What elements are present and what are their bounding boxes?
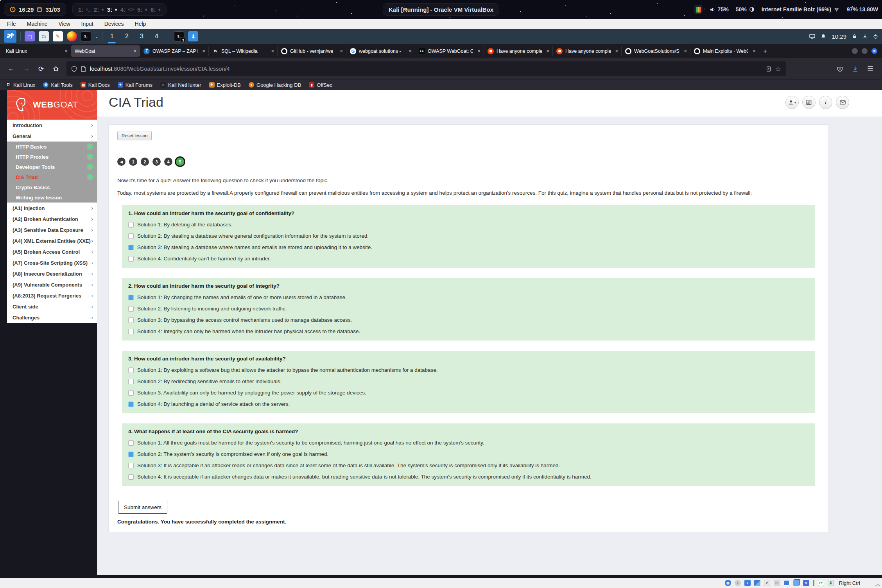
workspace-5[interactable]: 5:● — [137, 6, 147, 13]
solution-checkbox[interactable] — [128, 452, 134, 457]
sidebar-item-a7-xss[interactable]: (A7) Cross-Site Scripting (XSS)› — [7, 257, 97, 268]
text-editor-icon[interactable]: ✎ — [53, 31, 63, 41]
tab-close-icon[interactable]: × — [476, 48, 480, 54]
scoreboard-button[interactable] — [802, 96, 816, 109]
sidebar-item-a5-broken-access-control[interactable]: (A5) Broken Access Control› — [7, 246, 97, 257]
site-info-icon[interactable] — [81, 66, 86, 72]
workspace-2[interactable]: 2:● — [94, 6, 104, 13]
tab-owasp-webgoat[interactable]: ●● OWASP WebGoat: G × — [415, 45, 484, 57]
workspace-3[interactable]: 3:● — [107, 6, 117, 13]
optical-drive-icon[interactable]: ● — [735, 580, 741, 586]
solution-checkbox[interactable] — [128, 317, 134, 323]
usb-icon[interactable]: ✐ — [764, 580, 770, 586]
menu-help[interactable]: Help — [135, 21, 146, 27]
bookmark-exploit-db[interactable]: ⚘Exploit-DB — [209, 82, 241, 88]
bookmark-kali-linux[interactable]: ᘮKali Linux — [5, 82, 35, 88]
tab-close-icon[interactable]: × — [751, 48, 756, 54]
tab-close-icon[interactable]: × — [613, 48, 618, 54]
menu-machine[interactable]: Machine — [27, 21, 48, 27]
guest-clock[interactable]: 10:29 — [832, 33, 846, 40]
home-button[interactable] — [49, 62, 63, 75]
sidebar-item-general[interactable]: General› — [7, 131, 97, 142]
sidebar-item-a9-vulnerable-components[interactable]: (A9) Vulnerable Components› — [7, 279, 97, 290]
reload-button[interactable]: ⟳ — [34, 62, 48, 75]
page-button-4[interactable]: 4 — [164, 158, 172, 166]
keyboard-layout-icon[interactable] — [694, 5, 703, 14]
minimize-button[interactable] — [852, 48, 858, 54]
solution-checkbox[interactable] — [128, 463, 134, 468]
solution-checkbox[interactable] — [128, 440, 134, 446]
tab-webgoat[interactable]: WebGoat × — [71, 45, 140, 57]
solution-checkbox[interactable] — [128, 295, 134, 300]
tab-webgoatsolutions-repo[interactable]: WebGoatSolutions/S × — [622, 45, 690, 57]
solution-checkbox[interactable] — [128, 306, 134, 312]
user-menu-button[interactable]: ▾ — [785, 96, 799, 109]
bookmark-google-hacking-db[interactable]: ●Google Hacking DB — [249, 82, 301, 88]
submit-answers-button[interactable]: Submit answers — [118, 501, 167, 514]
solution-checkbox[interactable] — [128, 245, 134, 250]
sidebar-item-developer-tools[interactable]: Developer Tools✓ — [7, 162, 97, 172]
kali-menu-button[interactable] — [4, 30, 16, 43]
sidebar-item-a1-injection[interactable]: (A1) Injection› — [7, 203, 97, 213]
tab-close-icon[interactable]: × — [132, 48, 136, 54]
solution-checkbox[interactable] — [128, 474, 134, 480]
solution-checkbox[interactable] — [128, 368, 134, 373]
tab-close-icon[interactable]: × — [338, 48, 343, 54]
solution-checkbox[interactable] — [128, 256, 134, 262]
close-button[interactable]: ✕ — [871, 48, 877, 54]
downloads-button[interactable] — [852, 66, 859, 72]
bell-icon[interactable] — [821, 34, 826, 39]
workspace-6[interactable]: 6:● — [151, 6, 161, 13]
tab-reddit-2[interactable]: Have anyone comple × — [553, 45, 622, 57]
bookmark-kali-docs[interactable]: ▤Kali Docs — [81, 82, 110, 88]
brightness-widget[interactable]: 50% — [736, 6, 755, 13]
sidebar-item-challenges[interactable]: Challenges› — [7, 312, 97, 323]
vm-features-icon[interactable]: V — [803, 580, 809, 586]
bookmark-star-icon[interactable]: ☆ — [775, 65, 781, 73]
guest-workspace-1[interactable]: 1 — [106, 29, 117, 44]
tab-close-icon[interactable]: × — [545, 48, 549, 54]
menu-file[interactable]: File — [7, 21, 16, 27]
workspace-4[interactable]: 4:</> — [120, 6, 134, 13]
guest-additions-icon[interactable]: ⬇ — [828, 580, 834, 586]
sidebar-item-writing-new-lesson[interactable]: Writing new lesson — [7, 192, 97, 203]
new-tab-button[interactable]: + — [759, 45, 771, 57]
sidebar-item-crypto-basics[interactable]: Crypto Basics — [7, 182, 97, 192]
back-button[interactable]: ← — [5, 62, 18, 75]
shield-icon[interactable] — [71, 66, 77, 72]
lock-icon[interactable] — [852, 34, 857, 39]
workspace-1[interactable]: 1:>_ — [78, 6, 91, 13]
tab-webgoat-solutions-search[interactable]: G webgoat solutions - × — [346, 45, 415, 57]
file-manager-icon[interactable]: 🗀 — [39, 31, 49, 41]
page-button-2[interactable]: 2 — [141, 158, 149, 166]
page-button-5[interactable]: 5 — [176, 158, 184, 166]
sidebar-item-a8-insecure-deserialization[interactable]: (A8) Insecure Deserialization› — [7, 268, 97, 279]
menu-input[interactable]: Input — [81, 21, 93, 27]
solution-checkbox[interactable] — [128, 233, 134, 239]
guest-workspace-2[interactable]: 2 — [121, 29, 132, 44]
sidebar-item-a8-2013-request-forgeries[interactable]: (A8:2013) Request Forgeries› — [7, 290, 97, 301]
page-button-3[interactable]: 3 — [152, 158, 161, 166]
page-button-1[interactable]: 1 — [129, 158, 137, 166]
tab-kali-linux[interactable]: Kali Linux × — [2, 45, 71, 57]
shared-clipboard-icon[interactable]: ⟳ — [818, 580, 824, 586]
shared-folders-icon[interactable]: ▭ — [774, 580, 780, 586]
downloads-icon[interactable]: ⬇ — [188, 31, 198, 41]
tab-close-icon[interactable]: × — [682, 48, 687, 54]
menu-view[interactable]: View — [58, 21, 70, 27]
tab-close-icon[interactable]: × — [407, 48, 412, 54]
tab-github-vernjan[interactable]: GitHub - vernjan/we × — [278, 45, 346, 57]
report-card-button[interactable] — [836, 96, 849, 109]
menu-devices[interactable]: Devices — [104, 21, 124, 27]
terminal-launcher-icon[interactable]: $_ — [81, 31, 91, 41]
sidebar-item-client-side[interactable]: Client side› — [7, 301, 97, 312]
tray-download-icon[interactable] — [862, 34, 868, 39]
power-icon[interactable] — [873, 34, 878, 39]
tab-close-icon[interactable]: × — [269, 48, 274, 54]
tab-main-exploits[interactable]: Main Exploits · WebG × — [690, 45, 759, 57]
sidebar-item-http-proxies[interactable]: HTTP Proxies✓ — [7, 152, 97, 162]
lesson-info-button[interactable]: i — [819, 96, 832, 109]
solution-checkbox[interactable] — [128, 379, 134, 384]
pocket-icon[interactable] — [837, 66, 843, 72]
display-icon[interactable] — [783, 580, 790, 586]
